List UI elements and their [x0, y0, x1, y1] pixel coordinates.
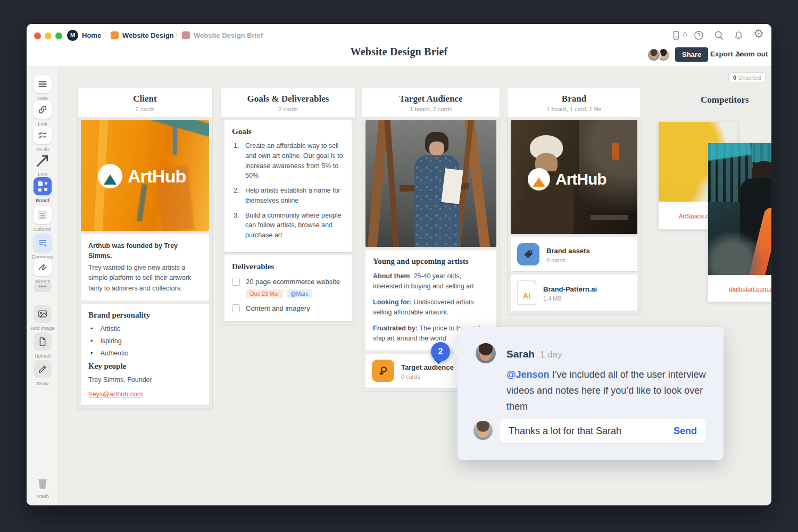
- list-item: Build a community where people can follo…: [241, 211, 344, 240]
- reply-box: Send: [500, 419, 705, 443]
- tool-more[interactable]: •••: [27, 282, 59, 292]
- tool-todo[interactable]: To-do: [27, 126, 59, 152]
- tool-add-image[interactable]: Add image: [27, 305, 59, 331]
- project-color-icon: [111, 31, 119, 39]
- tool-draw[interactable]: Draw: [27, 360, 59, 386]
- competitor-card-digthatart[interactable]: digthatart.com.au: [708, 143, 771, 302]
- device-count: 0: [683, 31, 687, 39]
- column-icon: [37, 210, 48, 220]
- board-color-icon: [182, 31, 190, 39]
- arthub-logo-text: ArtHub: [555, 170, 606, 188]
- board-item-subtitle: 0 cards: [546, 257, 590, 263]
- tool-rail: Note Link To-do Line Board Column: [27, 66, 59, 505]
- due-date-tag[interactable]: Due 23 Mar: [246, 289, 283, 298]
- comment-icon: [37, 237, 48, 248]
- arthub-logo-icon: [98, 164, 122, 188]
- arthub-logo-icon: [528, 168, 550, 190]
- persona-row: About them: 25-40 year olds, interested …: [373, 271, 489, 292]
- tool-board[interactable]: Board: [27, 177, 59, 203]
- window-close-button[interactable]: [34, 32, 41, 39]
- more-dots-icon: •••: [34, 282, 52, 292]
- todo-checkbox[interactable]: [232, 278, 240, 286]
- column-goals[interactable]: Goals & Deliverables 2 cards Goals Creat…: [221, 88, 355, 325]
- tool-column[interactable]: Column: [27, 206, 59, 232]
- window-zoom-button[interactable]: [55, 32, 62, 39]
- breadcrumb-board[interactable]: Website Design Brief: [194, 31, 263, 39]
- note-icon: [37, 79, 48, 89]
- upload-file-icon: [37, 336, 48, 347]
- top-bar: M Home / Website Design / Website Design…: [27, 24, 771, 66]
- tool-sketch[interactable]: Sketch: [27, 258, 59, 284]
- todo-icon: [37, 130, 48, 140]
- ai-file-icon: Ai: [517, 280, 536, 305]
- competitors-title: Competitors: [701, 95, 749, 105]
- goals-heading: Goals: [232, 127, 344, 136]
- breadcrumb-project[interactable]: Website Design: [122, 31, 174, 39]
- window-minimize-button[interactable]: [45, 32, 52, 39]
- column-title: Goals & Deliverables: [226, 94, 351, 104]
- send-button[interactable]: Send: [674, 426, 697, 437]
- client-people-card[interactable]: Brand personality Artistic Ispiring Auth…: [81, 304, 209, 405]
- tool-line[interactable]: Line: [27, 153, 59, 177]
- share-button[interactable]: Share: [675, 47, 708, 62]
- tool-upload[interactable]: Upload: [27, 332, 59, 359]
- breadcrumb-separator: /: [176, 31, 177, 39]
- tag-icon: [517, 243, 539, 265]
- target-audience-image-card[interactable]: [365, 120, 496, 247]
- column-title: Brand: [512, 94, 636, 104]
- milanote-logo: M: [67, 30, 78, 41]
- column-client[interactable]: Client 2 cards ArtHub Arthub was founded…: [77, 88, 213, 409]
- artist-photo: [365, 120, 496, 247]
- notifications-bell-icon[interactable]: [733, 30, 744, 41]
- column-brand[interactable]: Brand 1 board, 1 card, 1 file ArtHub: [507, 88, 641, 314]
- todo-label: 20 page ecommmerce website: [246, 278, 340, 286]
- note-body: Trey wanted to give new artists a simple…: [88, 263, 202, 294]
- client-logo-image-card[interactable]: ArtHub: [81, 120, 209, 231]
- brand-pattern-file-item[interactable]: Ai Brand-Pattern.ai 1.4 MB: [511, 275, 637, 311]
- board-icon: [34, 177, 52, 195]
- reply-input[interactable]: [509, 426, 674, 437]
- column-title: Target Audience: [367, 94, 495, 104]
- persona-row: Looking for: Undiscovered artists sellin…: [373, 297, 489, 318]
- todo-checkbox[interactable]: [232, 304, 240, 312]
- trash-icon: [35, 475, 51, 491]
- zoom-out-button[interactable]: Zoom out: [735, 50, 768, 58]
- brand-assets-board-item[interactable]: Brand assets 0 cards: [511, 237, 637, 271]
- breadcrumb-home[interactable]: Home: [82, 31, 101, 39]
- settings-gear-icon[interactable]: ⚙: [753, 28, 764, 40]
- board-item-title: Target audience: [401, 363, 454, 371]
- link-icon: [37, 104, 48, 115]
- tool-link[interactable]: Link: [27, 101, 59, 127]
- draw-pencil-icon: [37, 364, 48, 375]
- assignee-tag[interactable]: @Marc: [287, 289, 312, 298]
- tool-trash[interactable]: Trash: [27, 475, 59, 499]
- todo-label: Content and imagery: [246, 304, 310, 312]
- deliverables-card[interactable]: Deliverables 20 page ecommmerce website …: [225, 255, 352, 321]
- email-link[interactable]: treys@arthub.com: [88, 390, 143, 398]
- unsorted-badge[interactable]: 0Unsorted: [728, 72, 766, 83]
- reply-avatar: [473, 421, 493, 440]
- line-arrow-icon: [35, 153, 51, 169]
- board-item-subtitle: 0 cards: [401, 373, 454, 380]
- collaborator-avatar[interactable]: [647, 48, 661, 62]
- competitor-link[interactable]: digthatart.com.au: [729, 286, 771, 292]
- add-image-icon: [37, 309, 48, 319]
- mention-link[interactable]: @Jenson: [506, 369, 550, 380]
- goals-list: Create an affordable way to sell and own…: [241, 141, 344, 240]
- mobile-device-icon[interactable]: [670, 30, 681, 41]
- list-item: Authentic: [88, 350, 202, 357]
- brand-image-card[interactable]: ArtHub: [511, 120, 637, 234]
- comment-text: @Jenson I’ve included all of the user in…: [506, 367, 715, 414]
- help-icon[interactable]: [693, 30, 704, 41]
- app-window: M Home / Website Design / Website Design…: [27, 24, 771, 505]
- comment-pin[interactable]: 2: [431, 342, 450, 361]
- sarah-avatar: [476, 343, 496, 363]
- breadcrumb-separator: /: [104, 31, 106, 39]
- search-icon[interactable]: [713, 30, 725, 41]
- arthub-logo-text: ArtHub: [128, 166, 186, 187]
- tool-note[interactable]: Note: [27, 75, 59, 101]
- tool-comment[interactable]: Comment: [27, 234, 59, 260]
- client-note-card[interactable]: Arthub was founded by Trey Simms. Trey w…: [81, 234, 209, 301]
- comment-time: 1 day: [540, 350, 562, 360]
- goals-card[interactable]: Goals Create an affordable way to sell a…: [225, 120, 352, 252]
